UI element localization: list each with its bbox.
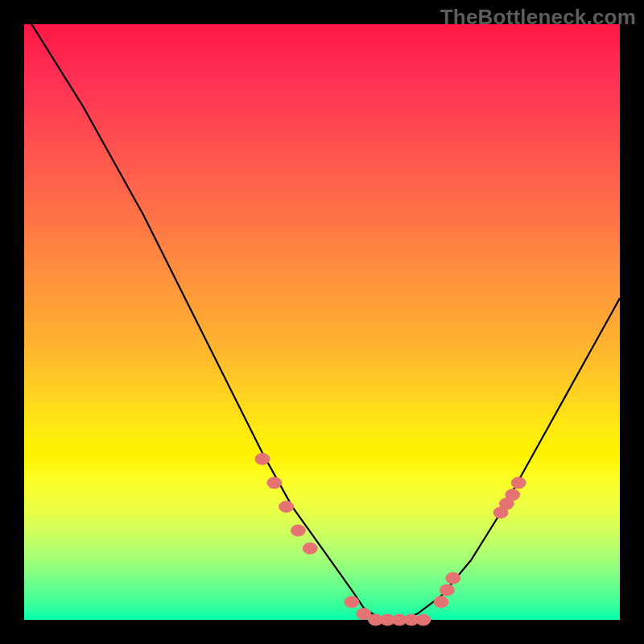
data-marker xyxy=(506,489,520,501)
data-marker xyxy=(279,501,294,512)
data-marker xyxy=(267,477,282,489)
data-marker xyxy=(446,572,460,584)
bottleneck-curve xyxy=(24,12,620,620)
watermark-text: TheBottleneck.com xyxy=(440,5,636,30)
data-marker xyxy=(416,614,431,625)
data-marker xyxy=(255,453,270,464)
data-marker xyxy=(434,597,448,608)
data-marker xyxy=(303,543,317,554)
data-marker xyxy=(345,597,359,608)
data-marker xyxy=(511,477,526,489)
data-markers xyxy=(255,453,526,625)
chart-overlay xyxy=(24,24,620,620)
data-marker xyxy=(440,584,454,596)
chart-frame: TheBottleneck.com xyxy=(0,0,644,644)
data-marker xyxy=(291,525,305,536)
